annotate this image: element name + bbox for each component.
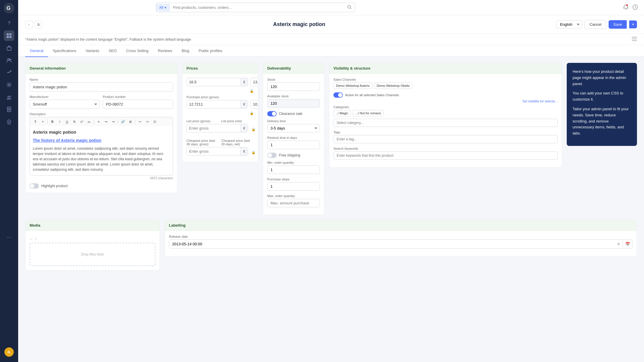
page-title: Asterix magic potion [46, 21, 553, 27]
app-logo[interactable]: G [4, 3, 14, 13]
manufacturer-select[interactable]: Smirnoff [30, 100, 100, 109]
svg-point-10 [8, 84, 10, 86]
media-upload-icon[interactable]: ↑ [35, 237, 37, 241]
free-shipping-toggle[interactable] [267, 153, 277, 158]
copy-button[interactable]: ⧉ [35, 21, 42, 28]
available-stock-label: Available stock [267, 94, 320, 98]
toolbar-subscript[interactable]: x₂ [86, 118, 92, 125]
prices-header: Prices [182, 63, 258, 74]
toolbar-strikethrough[interactable]: S [71, 118, 78, 125]
category-tags-list: ../ Magic .../ Not for romans [333, 110, 558, 116]
min-order-input[interactable] [267, 166, 320, 174]
toolbar-undo[interactable]: ↩ [137, 118, 143, 125]
category-tag-not-for-romans[interactable]: .../ Not for romans [353, 110, 384, 116]
release-date-input[interactable] [169, 240, 615, 248]
cheapest-gross-currency: € [241, 147, 248, 155]
toolbar-bold[interactable]: B [49, 118, 56, 125]
release-date-clear-icon[interactable]: ✕ [615, 240, 623, 248]
release-date-calendar-icon[interactable]: 📅 [623, 240, 632, 248]
keywords-input[interactable] [333, 151, 558, 160]
save-button[interactable]: Save [609, 20, 627, 29]
tab-blog[interactable]: Blog [177, 45, 194, 57]
toolbar-ordered-list[interactable]: ≔ [103, 118, 109, 125]
marketing-icon[interactable] [4, 67, 14, 78]
purchase-net-input[interactable] [251, 100, 258, 108]
delivery-time-select[interactable]: 3-5 days [267, 124, 320, 132]
select-category-input[interactable] [333, 119, 558, 127]
help-icon[interactable]: ? [4, 18, 14, 29]
cheapest-gross-input[interactable] [187, 147, 241, 155]
category-tag-magic[interactable]: ../ Magic [333, 110, 351, 116]
visibility-body: Sales Channels Demo Webshop Asterix Demo… [329, 74, 562, 167]
net-price-input[interactable] [251, 78, 258, 86]
more-icon[interactable]: ⋯ [4, 232, 14, 242]
toolbar-underline[interactable]: U [64, 118, 70, 125]
search-input[interactable] [169, 4, 345, 11]
toolbar-link[interactable]: 🔗 [120, 118, 126, 125]
media-more-icon[interactable]: ··· [30, 237, 33, 241]
tab-specifications[interactable]: Specifications [48, 45, 81, 57]
toolbar-more[interactable]: ⊡ [151, 118, 158, 125]
main-price-row: € € [186, 78, 254, 89]
channel-tag-obelix[interactable]: Demo Webshop Obelix [374, 82, 412, 89]
tags-input[interactable] [333, 135, 558, 143]
tab-reviews[interactable]: Reviews [153, 45, 177, 57]
tab-cross-selling[interactable]: Cross Selling [121, 45, 153, 57]
available-stock-input[interactable] [267, 99, 320, 108]
cancel-button[interactable]: Cancel [585, 20, 606, 29]
tab-public-profiles[interactable]: Public profiles [194, 45, 227, 57]
back-button[interactable]: ‹ [25, 21, 33, 28]
purchase-steps-input[interactable] [267, 182, 320, 191]
active-channels-toggle[interactable] [333, 92, 343, 98]
gross-price-input[interactable] [187, 78, 241, 86]
product-number-input[interactable] [103, 100, 173, 109]
media-dropzone[interactable]: Drop files here [30, 243, 155, 266]
svg-point-14 [626, 4, 628, 6]
clearance-toggle[interactable] [267, 111, 277, 116]
search-submit-icon[interactable] [344, 3, 355, 12]
language-select[interactable]: English German French [556, 20, 582, 29]
channel-tag-asterix[interactable]: Demo Webshop Asterix [333, 82, 372, 89]
tab-variants[interactable]: Variants [81, 45, 104, 57]
user-avatar[interactable]: JL [4, 347, 14, 357]
purchase-gross-col: € [186, 100, 248, 111]
toolbar-superscript[interactable]: x² [78, 118, 85, 125]
purchase-gross-input[interactable] [187, 100, 241, 108]
analytics-icon[interactable] [4, 92, 14, 102]
toolbar-italic[interactable]: I [56, 118, 63, 125]
search-filter-dropdown[interactable]: All ▾ [156, 4, 169, 11]
toolbar-format[interactable]: ▾ [40, 118, 46, 125]
toolbar-redo[interactable]: ↪ [144, 118, 150, 125]
list-gross-input[interactable] [187, 124, 241, 132]
layers-icon[interactable] [4, 30, 14, 41]
stock-input[interactable] [267, 82, 320, 91]
store-icon[interactable] [4, 116, 14, 127]
reports-icon[interactable] [4, 104, 14, 115]
description-content[interactable]: Asterix magic potion The history of Aste… [30, 126, 173, 175]
search-keywords-group: Search keywords [333, 147, 558, 160]
toolbar-align[interactable]: ≡ [95, 118, 102, 125]
notification-icon[interactable] [623, 4, 629, 11]
set-visibility-link[interactable]: Set visibility for selecte... [333, 99, 558, 103]
toolbar-table[interactable]: ⊞ [127, 118, 133, 125]
shopping-bag-icon[interactable] [4, 43, 14, 53]
tab-seo[interactable]: SEO [104, 45, 121, 57]
save-dropdown-button[interactable]: ▾ [629, 20, 637, 28]
search-filter-label: All [159, 6, 163, 10]
settings-icon[interactable] [4, 80, 14, 90]
highlight-toggle[interactable] [30, 183, 39, 189]
labelling-card: Labelling Release date ✕ 📅 [165, 220, 637, 256]
clock-icon[interactable] [632, 4, 638, 11]
info-bar-menu-icon[interactable] [632, 37, 637, 42]
toolbar-paragraph[interactable]: ¶ [32, 118, 39, 125]
manufacturer-label: Manufacturer [30, 95, 100, 99]
toolbar-unordered-list[interactable]: ≔ [110, 118, 117, 125]
manufacturer-group: Manufacturer Smirnoff [30, 95, 100, 109]
max-order-input[interactable] [267, 199, 320, 207]
tooltip-line3: Tailor your admin panel to fit your need… [573, 106, 631, 137]
name-input[interactable] [30, 82, 173, 92]
restock-input[interactable] [267, 141, 320, 149]
users-icon[interactable] [4, 55, 14, 65]
tab-general[interactable]: General [25, 45, 48, 57]
svg-text:G: G [6, 5, 11, 11]
